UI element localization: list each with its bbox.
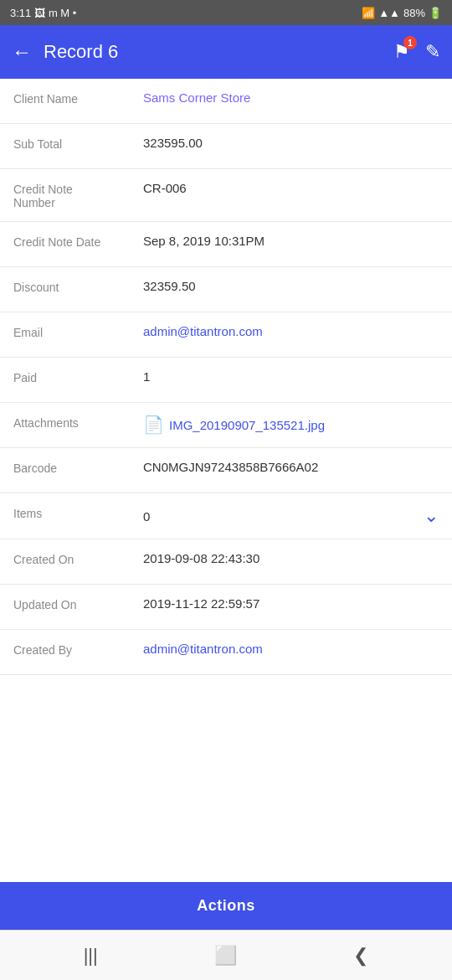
table-row[interactable]: Items0⌄ [0, 493, 452, 539]
field-value-link[interactable]: Sams Corner Store [143, 90, 439, 105]
record-content: Client NameSams Corner StoreSub Total323… [0, 79, 452, 882]
page-title: Record 6 [44, 41, 393, 63]
field-label: Email [13, 324, 143, 339]
field-label: Created By [13, 642, 143, 657]
field-value-text: 2019-11-12 22:59:57 [143, 596, 439, 611]
table-row: Attachments📄IMG_20190907_135521.jpg [0, 403, 452, 448]
table-row: Credit Note DateSep 8, 2019 10:31PM [0, 222, 452, 267]
table-row: Discount32359.50 [0, 267, 452, 312]
flag-badge: 1 [403, 36, 417, 49]
field-label: Credit Note Date [13, 234, 143, 249]
edit-button[interactable]: ✎ [425, 41, 440, 63]
field-label: Created On [13, 551, 143, 566]
table-row: Client NameSams Corner Store [0, 79, 452, 124]
field-value-items[interactable]: 0⌄ [143, 505, 439, 527]
table-row: Sub Total323595.00 [0, 124, 452, 169]
field-value-text: 323595.00 [143, 136, 439, 150]
status-bar: 3:11 🖼 m M • 📶 ▲▲ 88% 🔋 [0, 0, 452, 25]
table-row: Created On2019-09-08 22:43:30 [0, 539, 452, 585]
notification-icons: 🖼 m M • [34, 7, 76, 19]
field-label: Barcode [13, 460, 143, 475]
field-value-text: 1 [143, 369, 439, 384]
charging-icon: 🔋 [429, 7, 442, 19]
battery-display: 88% [403, 7, 425, 19]
items-count: 0 [143, 509, 150, 524]
back-button[interactable]: ← [12, 40, 32, 64]
field-label: Client Name [13, 90, 143, 106]
field-value-email-link[interactable]: admin@titantron.com [143, 324, 439, 338]
field-label: Attachments [13, 415, 143, 430]
status-indicators: 📶 ▲▲ 88% 🔋 [362, 7, 442, 19]
actions-container: Actions [0, 882, 452, 930]
table-row: Paid1 [0, 358, 452, 403]
field-label: Credit Note Number [13, 181, 143, 209]
status-time: 3:11 🖼 m M • [10, 7, 76, 19]
field-label: Paid [13, 369, 143, 384]
wifi-icon: 📶 [362, 7, 375, 19]
signal-icon: ▲▲ [378, 7, 400, 19]
table-row: Emailadmin@titantron.com [0, 312, 452, 358]
field-label: Items [13, 505, 143, 520]
app-bar-actions: ⚑ 1 ✎ [393, 41, 440, 63]
field-value-text: Sep 8, 2019 10:31PM [143, 234, 439, 248]
home-nav-button[interactable]: ⬜ [214, 945, 237, 967]
attachment-filename[interactable]: IMG_20190907_135521.jpg [169, 418, 325, 432]
field-label: Sub Total [13, 136, 143, 151]
field-value-attachment[interactable]: 📄IMG_20190907_135521.jpg [143, 415, 439, 435]
actions-button[interactable]: Actions [0, 882, 452, 930]
back-nav-button[interactable]: ❮ [353, 945, 368, 967]
menu-nav-button[interactable]: ||| [84, 945, 98, 967]
flag-button[interactable]: ⚑ 1 [393, 41, 410, 63]
app-bar: ← Record 6 ⚑ 1 ✎ [0, 25, 452, 79]
table-row: Credit Note NumberCR-006 [0, 169, 452, 222]
table-row: Updated On2019-11-12 22:59:57 [0, 585, 452, 630]
time-display: 3:11 [10, 7, 31, 19]
table-row: Created Byadmin@titantron.com [0, 630, 452, 675]
field-label: Discount [13, 279, 143, 294]
attachment-icon: 📄 [143, 415, 164, 435]
field-value-text: 2019-09-08 22:43:30 [143, 551, 439, 565]
field-value-text: 32359.50 [143, 279, 439, 293]
field-value-email-link[interactable]: admin@titantron.com [143, 642, 439, 656]
bottom-nav: ||| ⬜ ❮ [0, 930, 452, 980]
field-value-text: CN0MGJN97243858B7666A02 [143, 460, 439, 474]
table-row: BarcodeCN0MGJN97243858B7666A02 [0, 448, 452, 493]
field-label: Updated On [13, 596, 143, 611]
field-value-text: CR-006 [143, 181, 439, 195]
chevron-down-icon[interactable]: ⌄ [424, 505, 439, 527]
